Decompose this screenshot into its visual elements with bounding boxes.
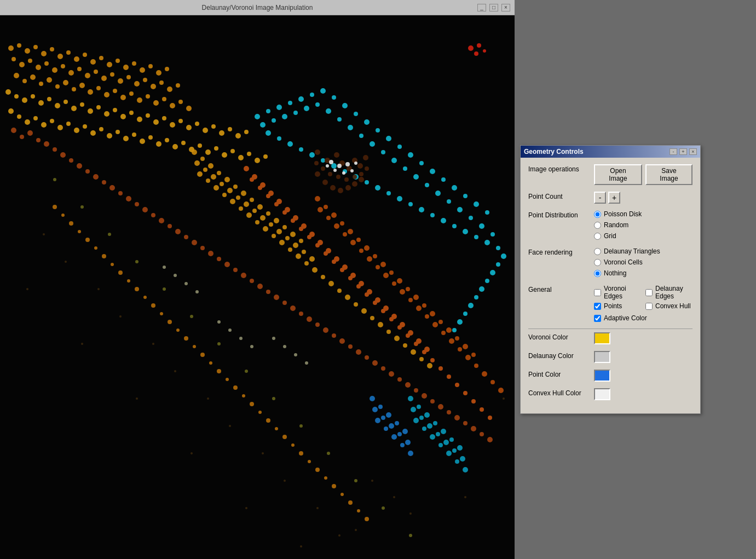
svg-point-436 [386,330,391,334]
radio-nothing[interactable]: Nothing [594,269,692,277]
svg-point-341 [342,171,345,175]
convex-hull-color-label: Convex Hull Color [528,388,594,397]
svg-point-131 [53,147,57,152]
svg-point-312 [457,319,463,325]
point-color-row: Point Color [528,370,692,382]
svg-point-152 [224,262,230,267]
svg-point-411 [302,250,306,254]
checkbox-points[interactable]: Points [594,302,641,310]
svg-point-563 [365,517,369,521]
checkbox-voronoi-edges[interactable]: Voronoi Edges [594,285,641,300]
radio-voronoi-cells[interactable]: Voronoi Cells [594,258,692,266]
delaunay-edges-label: Delaunay Edges [655,285,692,300]
svg-point-402 [227,188,233,193]
svg-point-275 [425,183,429,187]
radio-voronoi-input[interactable] [594,259,601,266]
svg-point-250 [386,136,391,141]
maximize-button[interactable]: □ [489,4,498,11]
checkbox-adaptive-color[interactable]: Adaptive Color [594,314,692,322]
svg-point-435 [378,322,383,327]
svg-point-98 [41,122,47,128]
svg-point-385 [200,157,205,161]
svg-point-480 [465,355,471,360]
svg-point-316 [334,152,339,158]
svg-point-423 [279,240,285,245]
svg-point-30 [85,73,90,78]
save-image-button[interactable]: Save Image [645,164,692,185]
svg-point-235 [471,399,476,404]
svg-point-54 [113,89,117,93]
svg-point-419 [246,212,252,218]
svg-point-354 [299,424,303,428]
svg-point-89 [211,124,216,129]
radio-poisson-disk[interactable]: Poisson Disk [594,210,692,218]
svg-point-370 [284,480,286,482]
controls-maximize-button[interactable]: + [679,148,687,155]
checkbox-convex-hull[interactable]: Convex Hull [645,302,692,310]
svg-point-151 [217,257,221,261]
svg-point-68 [38,100,44,106]
svg-point-346 [80,205,84,209]
open-image-button[interactable]: Open Image [594,164,642,185]
delaunay-color-swatch[interactable] [594,351,610,363]
radio-random-input[interactable] [594,222,601,229]
svg-point-269 [359,134,363,138]
radio-delaunay-input[interactable] [594,248,601,255]
main-title-bar: Delaunay/Voronoi Image Manipulation _ □ … [0,0,515,15]
adaptive-color-input[interactable] [594,315,601,322]
radio-nothing-input[interactable] [594,270,601,277]
points-input[interactable] [594,303,601,310]
controls-window-buttons[interactable]: - + × [670,148,697,155]
svg-point-438 [403,343,407,348]
svg-point-379 [245,507,247,509]
svg-point-127 [20,135,24,139]
radio-poisson-input[interactable] [594,211,601,218]
radio-random[interactable]: Random [594,221,692,229]
svg-point-19 [156,70,161,76]
point-count-plus-button[interactable]: + [608,192,620,204]
minimize-button[interactable]: _ [477,4,486,11]
svg-point-163 [315,322,320,327]
svg-point-241 [288,101,292,105]
controls-minimize-button[interactable]: - [670,148,677,155]
close-button[interactable]: × [501,4,510,11]
controls-close-button[interactable]: × [689,148,697,155]
svg-point-106 [107,133,112,139]
svg-point-171 [381,366,385,371]
svg-point-491 [457,445,463,451]
svg-point-91 [228,127,232,131]
point-count-minus-button[interactable]: - [594,192,606,204]
svg-point-433 [361,308,367,314]
svg-point-393 [266,211,270,216]
main-window-controls[interactable]: _ □ × [477,4,510,11]
radio-grid[interactable]: Grid [594,232,692,240]
svg-point-12 [99,56,103,60]
convex-hull-color-swatch[interactable] [594,388,610,400]
voronoi-color-swatch[interactable] [594,332,610,344]
svg-point-173 [397,377,402,382]
svg-point-5 [41,51,47,56]
svg-point-59 [153,100,159,106]
svg-point-245 [332,95,336,100]
point-color-swatch[interactable] [594,370,610,382]
delaunay-color-label: Delaunay Color [528,351,594,360]
convex-hull-input[interactable] [645,303,653,310]
svg-point-252 [408,152,413,158]
svg-point-271 [381,150,385,154]
svg-point-335 [352,181,357,187]
radio-grid-input[interactable] [594,233,601,240]
svg-point-562 [357,509,360,512]
radio-delaunay-triangles[interactable]: Delaunay Triangles [594,247,692,255]
svg-point-552 [275,427,278,430]
image-operations-buttons: Open Image Save Image [594,164,692,185]
svg-point-209 [258,186,262,190]
svg-point-53 [104,92,109,97]
svg-point-523 [474,51,478,56]
svg-point-320 [357,163,363,169]
svg-point-2 [17,43,21,48]
voronoi-edges-input[interactable] [594,289,601,296]
delaunay-edges-input[interactable] [645,289,653,296]
checkbox-delaunay-edges[interactable]: Delaunay Edges [645,285,692,300]
svg-point-130 [44,141,49,147]
controls-title-bar[interactable]: Geometry Controls - + × [521,146,700,158]
